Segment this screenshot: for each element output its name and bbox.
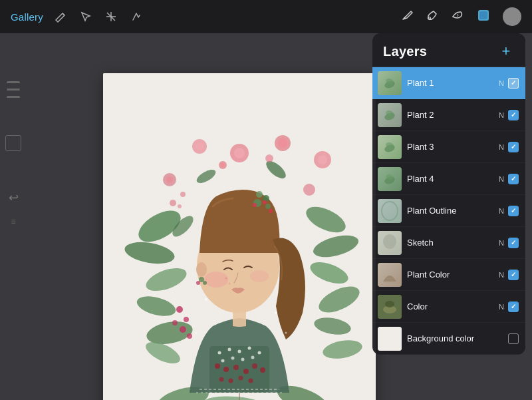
layers-title: Layers	[383, 44, 427, 59]
layer-thumbnail	[378, 71, 402, 95]
svg-point-83	[221, 163, 225, 167]
svg-point-30	[170, 200, 176, 206]
modify-icon[interactable]	[53, 9, 68, 25]
svg-point-49	[238, 350, 241, 353]
layer-item[interactable]: ColorN	[372, 291, 525, 323]
left-sidebar: ↩ ≡	[0, 67, 27, 400]
svg-point-73	[256, 191, 263, 198]
svg-point-9	[234, 148, 245, 158]
svg-point-65	[249, 379, 253, 383]
svg-point-81	[203, 281, 207, 285]
layer-mode-label: N	[499, 207, 504, 215]
layer-visibility-checkbox[interactable]	[508, 110, 519, 120]
transform-icon[interactable]	[103, 9, 119, 25]
adjustments-icon[interactable]	[128, 9, 144, 25]
undo-button[interactable]: ↩	[4, 188, 23, 207]
square-tool[interactable]	[5, 135, 21, 151]
svg-point-53	[231, 357, 235, 360]
svg-point-80	[196, 281, 200, 285]
layer-mode-label: N	[499, 303, 504, 311]
layer-mode-label: N	[499, 111, 504, 119]
pen-tool-button[interactable]	[400, 9, 414, 25]
layers-panel: Layers + Plant 1N Plant 2N Plant 3N Plan…	[372, 33, 525, 355]
layer-visibility-checkbox[interactable]	[508, 238, 519, 248]
smudge-tool-button[interactable]	[451, 9, 464, 25]
svg-point-56	[215, 363, 220, 369]
svg-point-13	[318, 155, 327, 164]
layer-visibility-checkbox[interactable]	[508, 206, 519, 216]
svg-point-67	[204, 272, 228, 288]
layer-item[interactable]: Plant 3N	[372, 131, 525, 163]
svg-point-59	[243, 369, 249, 374]
svg-point-60	[252, 363, 257, 369]
selection-icon[interactable]	[78, 9, 94, 25]
svg-point-29	[187, 333, 192, 339]
layer-item[interactable]: Plant 1N	[372, 67, 525, 99]
svg-point-74	[265, 204, 271, 209]
layer-visibility-checkbox[interactable]	[508, 301, 519, 312]
layer-visibility-checkbox[interactable]	[508, 174, 519, 184]
svg-point-77	[269, 209, 273, 213]
svg-rect-106	[378, 263, 402, 287]
layer-item[interactable]: Plant 4N	[372, 163, 525, 195]
layer-item[interactable]: Plant ColorN	[372, 259, 525, 291]
svg-point-48	[228, 348, 231, 351]
layer-item[interactable]: SketchN	[372, 227, 525, 259]
svg-point-64	[239, 376, 243, 381]
layer-mode-label: N	[499, 175, 504, 183]
brush-tool-button[interactable]	[426, 9, 439, 25]
artwork-svg	[103, 73, 376, 400]
svg-point-61	[260, 367, 265, 373]
svg-rect-110	[378, 327, 402, 351]
layer-visibility-checkbox[interactable]	[508, 333, 519, 344]
layer-mode-label: N	[499, 239, 504, 247]
layer-thumbnail	[378, 167, 402, 191]
svg-point-85	[267, 156, 271, 160]
svg-point-51	[258, 351, 261, 355]
svg-rect-6	[479, 11, 487, 19]
slider-control[interactable]	[7, 81, 20, 83]
svg-point-70	[229, 283, 231, 285]
layer-item[interactable]: Plant 2N	[372, 99, 525, 131]
layer-visibility-checkbox[interactable]	[508, 78, 519, 89]
svg-line-3	[404, 17, 406, 18]
svg-point-27	[172, 320, 178, 325]
layer-item[interactable]: Background color	[372, 323, 525, 355]
layer-mode-label: N	[499, 271, 504, 279]
slider-control-2[interactable]	[7, 89, 20, 91]
layer-item[interactable]: Plant OutlineN	[372, 195, 525, 227]
top-toolbar: Gallery	[0, 0, 532, 33]
svg-point-17	[166, 176, 173, 183]
svg-point-79	[199, 277, 204, 282]
layer-mode-label: N	[499, 79, 504, 87]
svg-point-89	[285, 332, 287, 334]
gallery-button[interactable]: Gallery	[11, 11, 43, 23]
layer-name-label: Plant Color	[407, 270, 499, 280]
user-avatar[interactable]	[503, 7, 521, 26]
layers-toggle-button[interactable]	[476, 8, 491, 26]
layer-name-label: Color	[407, 301, 499, 311]
svg-point-26	[184, 317, 189, 322]
layer-visibility-checkbox[interactable]	[508, 142, 519, 152]
svg-point-62	[219, 377, 224, 382]
layer-visibility-checkbox[interactable]	[508, 270, 519, 280]
layer-thumbnail	[378, 263, 402, 287]
svg-point-78	[196, 262, 207, 277]
svg-point-63	[229, 379, 233, 383]
redo-button[interactable]: ≡	[4, 212, 23, 231]
svg-point-25	[176, 306, 183, 313]
svg-point-58	[233, 365, 239, 370]
layer-thumbnail	[378, 103, 402, 127]
svg-point-75	[253, 203, 257, 207]
slider-control-3[interactable]	[7, 96, 20, 98]
layer-mode-label: N	[499, 143, 504, 151]
layer-thumbnail	[378, 199, 402, 223]
layer-name-label: Plant 2	[407, 110, 499, 120]
layers-add-button[interactable]: +	[497, 43, 515, 60]
layer-name-label: Plant 1	[407, 78, 499, 88]
undo-redo-group	[7, 80, 20, 99]
toolbar-right	[400, 7, 521, 26]
svg-point-105	[383, 234, 396, 249]
svg-point-86	[205, 298, 207, 301]
layer-name-label: Plant 4	[407, 174, 499, 184]
